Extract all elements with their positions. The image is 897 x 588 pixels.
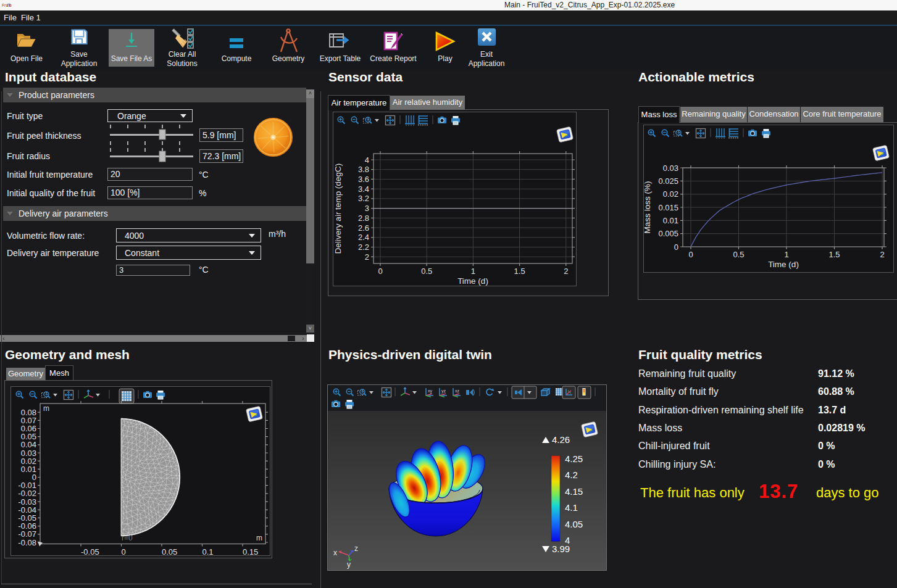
svg-text:4.05: 4.05 bbox=[565, 519, 583, 529]
svg-text:4: 4 bbox=[365, 155, 369, 165]
svg-text:Mass loss (%): Mass loss (%) bbox=[643, 181, 652, 234]
svg-text:0.5: 0.5 bbox=[733, 250, 744, 259]
svg-text:3.2: 3.2 bbox=[358, 194, 369, 203]
svg-text:0.015: 0.015 bbox=[658, 203, 678, 212]
svg-text:1: 1 bbox=[471, 267, 475, 276]
svg-text:m: m bbox=[43, 404, 49, 413]
svg-text:0: 0 bbox=[674, 242, 678, 252]
svg-text:4.15: 4.15 bbox=[565, 486, 583, 497]
svg-text:-0.05: -0.05 bbox=[81, 547, 99, 557]
svg-text:3.6: 3.6 bbox=[358, 175, 369, 184]
svg-text:3.4: 3.4 bbox=[358, 184, 369, 194]
svg-text:4.1: 4.1 bbox=[565, 502, 578, 513]
svg-text:0: 0 bbox=[688, 250, 693, 259]
svg-text:ed: ed bbox=[9, 3, 12, 7]
svg-text:2.4: 2.4 bbox=[358, 233, 369, 242]
svg-text:0.5: 0.5 bbox=[421, 267, 432, 276]
svg-text:-0.08: -0.08 bbox=[18, 538, 36, 547]
svg-text:1.5: 1.5 bbox=[828, 250, 840, 259]
svg-text:y: y bbox=[347, 560, 351, 569]
svg-text:0: 0 bbox=[378, 267, 382, 276]
svg-text:3.8: 3.8 bbox=[358, 165, 369, 174]
svg-text:r=0: r=0 bbox=[122, 534, 133, 542]
svg-text:3: 3 bbox=[365, 204, 369, 213]
svg-text:2.2: 2.2 bbox=[358, 242, 369, 252]
svg-text:1.5: 1.5 bbox=[514, 267, 525, 276]
svg-text:Time (d): Time (d) bbox=[457, 276, 488, 286]
svg-text:0: 0 bbox=[122, 547, 126, 557]
svg-text:xy: xy bbox=[428, 389, 433, 394]
svg-text:0.005: 0.005 bbox=[658, 229, 678, 238]
svg-text:2.6: 2.6 bbox=[358, 223, 369, 233]
svg-text:x: x bbox=[333, 549, 337, 557]
svg-text:xz: xz bbox=[455, 389, 460, 393]
svg-text:0.01: 0.01 bbox=[663, 216, 678, 225]
svg-text:2: 2 bbox=[880, 250, 884, 259]
svg-text:0.15: 0.15 bbox=[243, 547, 258, 557]
svg-text:z: z bbox=[354, 544, 358, 553]
svg-text:0.025: 0.025 bbox=[658, 176, 678, 186]
svg-text:0.05: 0.05 bbox=[162, 547, 177, 557]
svg-text:0.02: 0.02 bbox=[663, 189, 678, 199]
svg-text:yz: yz bbox=[441, 389, 446, 394]
svg-text:2.8: 2.8 bbox=[358, 213, 369, 223]
svg-text:3.99: 3.99 bbox=[552, 544, 570, 554]
svg-text:4.25: 4.25 bbox=[565, 453, 583, 464]
svg-text:4.2: 4.2 bbox=[565, 470, 578, 480]
svg-text:2: 2 bbox=[365, 252, 369, 262]
svg-text:4.26: 4.26 bbox=[552, 434, 570, 445]
svg-text:m: m bbox=[256, 534, 262, 542]
svg-text:Delivery air temp (degC): Delivery air temp (degC) bbox=[333, 164, 343, 254]
svg-text:0.1: 0.1 bbox=[202, 547, 214, 557]
svg-text:Time (d): Time (d) bbox=[768, 260, 799, 269]
svg-text:1: 1 bbox=[784, 250, 788, 259]
svg-text:2: 2 bbox=[564, 267, 568, 276]
svg-text:0.03: 0.03 bbox=[663, 164, 678, 173]
